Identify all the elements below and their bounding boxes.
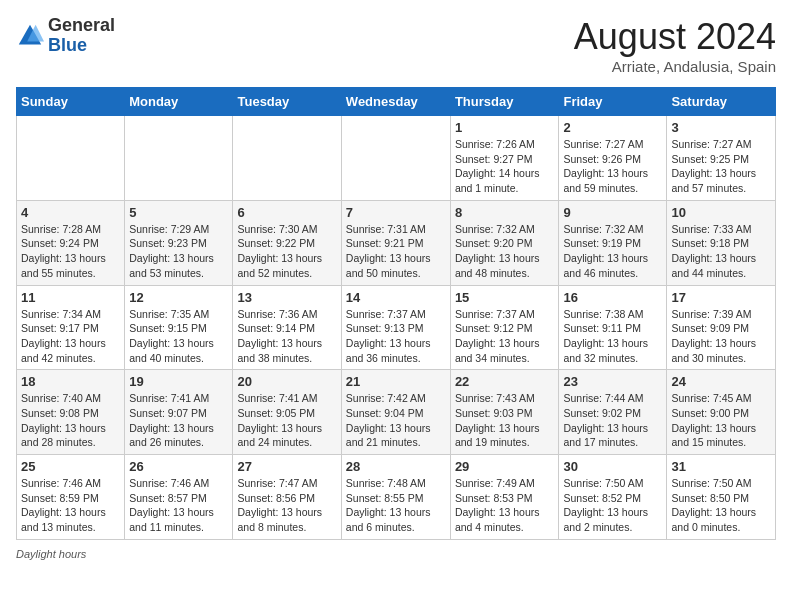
day-cell: 13Sunrise: 7:36 AM Sunset: 9:14 PM Dayli… [233,285,341,370]
logo: General Blue [16,16,115,56]
day-number: 12 [129,290,228,305]
day-info: Sunrise: 7:42 AM Sunset: 9:04 PM Dayligh… [346,391,446,450]
day-cell: 2Sunrise: 7:27 AM Sunset: 9:26 PM Daylig… [559,116,667,201]
day-number: 1 [455,120,555,135]
logo-general: General [48,16,115,36]
day-number: 30 [563,459,662,474]
day-cell: 15Sunrise: 7:37 AM Sunset: 9:12 PM Dayli… [450,285,559,370]
day-info: Sunrise: 7:33 AM Sunset: 9:18 PM Dayligh… [671,222,771,281]
day-number: 29 [455,459,555,474]
week-row-4: 18Sunrise: 7:40 AM Sunset: 9:08 PM Dayli… [17,370,776,455]
week-row-2: 4Sunrise: 7:28 AM Sunset: 9:24 PM Daylig… [17,200,776,285]
header: General Blue August 2024 Arriate, Andalu… [16,16,776,75]
day-header-monday: Monday [125,88,233,116]
day-info: Sunrise: 7:38 AM Sunset: 9:11 PM Dayligh… [563,307,662,366]
day-cell: 20Sunrise: 7:41 AM Sunset: 9:05 PM Dayli… [233,370,341,455]
day-info: Sunrise: 7:44 AM Sunset: 9:02 PM Dayligh… [563,391,662,450]
day-cell: 14Sunrise: 7:37 AM Sunset: 9:13 PM Dayli… [341,285,450,370]
day-info: Sunrise: 7:35 AM Sunset: 9:15 PM Dayligh… [129,307,228,366]
day-info: Sunrise: 7:30 AM Sunset: 9:22 PM Dayligh… [237,222,336,281]
day-info: Sunrise: 7:40 AM Sunset: 9:08 PM Dayligh… [21,391,120,450]
day-cell: 24Sunrise: 7:45 AM Sunset: 9:00 PM Dayli… [667,370,776,455]
day-cell: 19Sunrise: 7:41 AM Sunset: 9:07 PM Dayli… [125,370,233,455]
day-number: 23 [563,374,662,389]
header-row: SundayMondayTuesdayWednesdayThursdayFrid… [17,88,776,116]
day-number: 7 [346,205,446,220]
day-cell: 8Sunrise: 7:32 AM Sunset: 9:20 PM Daylig… [450,200,559,285]
logo-text: General Blue [48,16,115,56]
day-cell: 27Sunrise: 7:47 AM Sunset: 8:56 PM Dayli… [233,455,341,540]
day-info: Sunrise: 7:37 AM Sunset: 9:12 PM Dayligh… [455,307,555,366]
day-info: Sunrise: 7:41 AM Sunset: 9:07 PM Dayligh… [129,391,228,450]
day-cell: 1Sunrise: 7:26 AM Sunset: 9:27 PM Daylig… [450,116,559,201]
day-number: 31 [671,459,771,474]
day-info: Sunrise: 7:36 AM Sunset: 9:14 PM Dayligh… [237,307,336,366]
day-cell: 6Sunrise: 7:30 AM Sunset: 9:22 PM Daylig… [233,200,341,285]
day-info: Sunrise: 7:45 AM Sunset: 9:00 PM Dayligh… [671,391,771,450]
day-number: 17 [671,290,771,305]
day-number: 9 [563,205,662,220]
day-info: Sunrise: 7:50 AM Sunset: 8:50 PM Dayligh… [671,476,771,535]
day-number: 24 [671,374,771,389]
title-area: August 2024 Arriate, Andalusia, Spain [574,16,776,75]
footer-label: Daylight hours [16,548,86,560]
day-cell: 5Sunrise: 7:29 AM Sunset: 9:23 PM Daylig… [125,200,233,285]
day-number: 27 [237,459,336,474]
day-cell: 3Sunrise: 7:27 AM Sunset: 9:25 PM Daylig… [667,116,776,201]
day-number: 13 [237,290,336,305]
day-header-thursday: Thursday [450,88,559,116]
day-cell: 10Sunrise: 7:33 AM Sunset: 9:18 PM Dayli… [667,200,776,285]
week-row-1: 1Sunrise: 7:26 AM Sunset: 9:27 PM Daylig… [17,116,776,201]
day-number: 4 [21,205,120,220]
day-cell: 29Sunrise: 7:49 AM Sunset: 8:53 PM Dayli… [450,455,559,540]
day-info: Sunrise: 7:41 AM Sunset: 9:05 PM Dayligh… [237,391,336,450]
day-cell: 30Sunrise: 7:50 AM Sunset: 8:52 PM Dayli… [559,455,667,540]
day-number: 18 [21,374,120,389]
day-number: 6 [237,205,336,220]
day-number: 14 [346,290,446,305]
calendar-table: SundayMondayTuesdayWednesdayThursdayFrid… [16,87,776,540]
day-info: Sunrise: 7:28 AM Sunset: 9:24 PM Dayligh… [21,222,120,281]
day-info: Sunrise: 7:37 AM Sunset: 9:13 PM Dayligh… [346,307,446,366]
day-number: 22 [455,374,555,389]
day-cell: 9Sunrise: 7:32 AM Sunset: 9:19 PM Daylig… [559,200,667,285]
day-cell: 16Sunrise: 7:38 AM Sunset: 9:11 PM Dayli… [559,285,667,370]
day-info: Sunrise: 7:34 AM Sunset: 9:17 PM Dayligh… [21,307,120,366]
week-row-3: 11Sunrise: 7:34 AM Sunset: 9:17 PM Dayli… [17,285,776,370]
day-cell: 28Sunrise: 7:48 AM Sunset: 8:55 PM Dayli… [341,455,450,540]
day-cell [233,116,341,201]
day-cell [341,116,450,201]
day-number: 3 [671,120,771,135]
day-info: Sunrise: 7:46 AM Sunset: 8:57 PM Dayligh… [129,476,228,535]
day-number: 20 [237,374,336,389]
day-info: Sunrise: 7:31 AM Sunset: 9:21 PM Dayligh… [346,222,446,281]
day-cell: 7Sunrise: 7:31 AM Sunset: 9:21 PM Daylig… [341,200,450,285]
day-info: Sunrise: 7:29 AM Sunset: 9:23 PM Dayligh… [129,222,228,281]
day-number: 21 [346,374,446,389]
day-cell: 12Sunrise: 7:35 AM Sunset: 9:15 PM Dayli… [125,285,233,370]
day-number: 8 [455,205,555,220]
day-cell: 11Sunrise: 7:34 AM Sunset: 9:17 PM Dayli… [17,285,125,370]
day-header-saturday: Saturday [667,88,776,116]
footer: Daylight hours [16,548,776,560]
day-cell: 31Sunrise: 7:50 AM Sunset: 8:50 PM Dayli… [667,455,776,540]
day-info: Sunrise: 7:27 AM Sunset: 9:26 PM Dayligh… [563,137,662,196]
calendar-subtitle: Arriate, Andalusia, Spain [574,58,776,75]
day-info: Sunrise: 7:32 AM Sunset: 9:20 PM Dayligh… [455,222,555,281]
day-info: Sunrise: 7:49 AM Sunset: 8:53 PM Dayligh… [455,476,555,535]
day-cell: 26Sunrise: 7:46 AM Sunset: 8:57 PM Dayli… [125,455,233,540]
day-number: 26 [129,459,228,474]
day-info: Sunrise: 7:32 AM Sunset: 9:19 PM Dayligh… [563,222,662,281]
day-number: 2 [563,120,662,135]
day-number: 15 [455,290,555,305]
day-header-wednesday: Wednesday [341,88,450,116]
day-info: Sunrise: 7:50 AM Sunset: 8:52 PM Dayligh… [563,476,662,535]
day-cell [125,116,233,201]
day-info: Sunrise: 7:43 AM Sunset: 9:03 PM Dayligh… [455,391,555,450]
day-info: Sunrise: 7:26 AM Sunset: 9:27 PM Dayligh… [455,137,555,196]
day-number: 10 [671,205,771,220]
day-cell: 18Sunrise: 7:40 AM Sunset: 9:08 PM Dayli… [17,370,125,455]
day-info: Sunrise: 7:27 AM Sunset: 9:25 PM Dayligh… [671,137,771,196]
day-cell: 21Sunrise: 7:42 AM Sunset: 9:04 PM Dayli… [341,370,450,455]
day-cell [17,116,125,201]
